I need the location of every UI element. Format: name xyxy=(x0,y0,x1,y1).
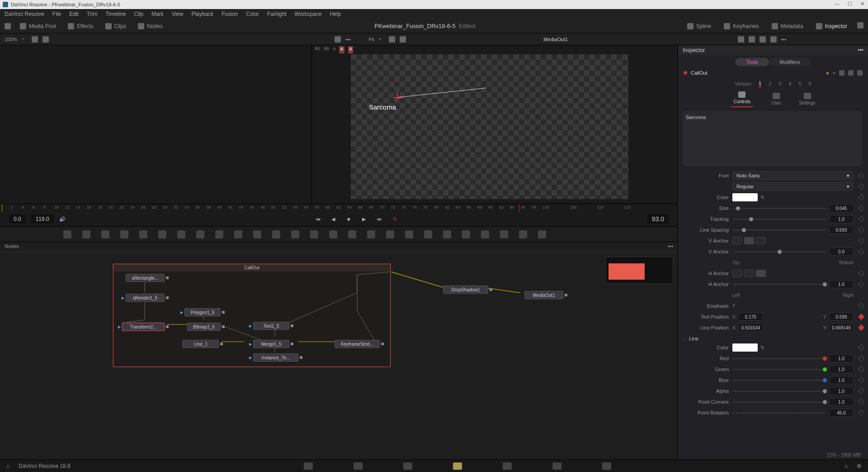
keyframe-icon[interactable] xyxy=(858,270,864,277)
menu-item[interactable]: Workspace xyxy=(295,11,322,17)
line-color-swatch[interactable] xyxy=(732,343,758,352)
blue-slider[interactable] xyxy=(732,380,826,381)
keyframe-icon[interactable] xyxy=(858,227,864,233)
in-marker[interactable] xyxy=(2,204,2,212)
menu-item[interactable]: Fusion xyxy=(222,11,238,17)
subtab-controls[interactable]: Controls xyxy=(731,91,753,107)
keyframe-icon[interactable] xyxy=(858,248,864,255)
maximize-button[interactable]: ☐ xyxy=(848,1,852,7)
node-mediaout[interactable]: MediaOut1 xyxy=(524,291,563,299)
keyframes-button[interactable]: Keyframes xyxy=(721,22,761,30)
font-style-select[interactable]: Regular▾ xyxy=(732,182,854,191)
overlay-a[interactable]: a xyxy=(333,46,335,53)
node-navigator[interactable] xyxy=(605,257,673,284)
node-line[interactable]: Line_1 xyxy=(183,340,219,348)
menu-item[interactable]: Timeline xyxy=(105,11,126,17)
expand-icon[interactable] xyxy=(5,23,11,29)
tool-icon[interactable] xyxy=(215,230,223,238)
nodes-button[interactable]: Nodes xyxy=(135,22,165,30)
home-icon[interactable]: ⌂ xyxy=(6,463,9,469)
tool-icon[interactable] xyxy=(519,230,527,238)
pointrotation-value[interactable]: 45.0 xyxy=(829,409,854,417)
minimize-button[interactable]: — xyxy=(835,1,840,7)
tool-icon[interactable] xyxy=(386,230,394,238)
overlay-a[interactable]: a xyxy=(348,46,354,53)
enable-dot-icon[interactable] xyxy=(684,71,687,75)
tool-icon[interactable] xyxy=(481,230,489,238)
eyedropper-icon[interactable]: ✎ xyxy=(760,195,764,200)
keyframe-icon[interactable] xyxy=(858,388,864,394)
menu-item[interactable]: Clip xyxy=(134,11,143,17)
project-settings-icon[interactable]: ⚙ xyxy=(857,463,862,469)
viewer-canvas[interactable]: Sarcoma xyxy=(351,54,628,199)
transform-gizmo[interactable] xyxy=(394,93,401,100)
tool-icon[interactable] xyxy=(196,230,204,238)
eyedropper-icon[interactable]: ✎ xyxy=(760,345,764,351)
tc-start[interactable]: 0.0 xyxy=(9,215,26,224)
pointcorners-slider[interactable] xyxy=(732,401,826,403)
node-keyframestretch[interactable]: KeyframeStret... xyxy=(335,340,380,348)
zoom-dropdown[interactable]: 100% xyxy=(5,37,17,42)
spline-button[interactable]: Spline xyxy=(684,22,714,30)
loop-button[interactable]: ↻ xyxy=(391,215,398,223)
vanchor-seg[interactable] xyxy=(732,237,766,244)
node-instance[interactable]: ▶Instance_Te... xyxy=(253,353,298,362)
node-canvas[interactable]: CallOut sRectangle... ▶sRender1_5 ▶Polyg… xyxy=(0,252,678,459)
emphasis-icon[interactable]: T xyxy=(732,303,736,309)
lock-icon[interactable] xyxy=(857,70,863,76)
overlay-ab[interactable]: Ab xyxy=(324,46,329,53)
viewer-opt-icon[interactable] xyxy=(389,36,395,43)
menu-item[interactable]: Edit xyxy=(69,11,79,17)
tool-icon[interactable] xyxy=(538,230,546,238)
stop-button[interactable]: ■ xyxy=(345,215,352,223)
page-cut[interactable] xyxy=(354,462,363,470)
green-slider[interactable] xyxy=(732,369,826,370)
tool-icon[interactable] xyxy=(63,230,71,238)
color-swatch[interactable] xyxy=(732,193,758,201)
page-fairlight[interactable] xyxy=(552,462,561,470)
tool-icon[interactable] xyxy=(234,230,242,238)
inspector-node-header[interactable]: CallOut ●▾ xyxy=(678,67,868,79)
alpha-value[interactable]: 1.0 xyxy=(829,387,854,395)
tool-icon[interactable] xyxy=(329,230,337,238)
keyframe-icon[interactable] xyxy=(858,216,864,222)
effects-button[interactable]: Effects xyxy=(65,22,96,30)
linespacing-value[interactable]: 0.693 xyxy=(829,226,854,234)
subtab-user[interactable]: User xyxy=(771,93,781,105)
keyframe-icon[interactable] xyxy=(858,172,864,179)
keyframe-icon[interactable] xyxy=(858,366,864,372)
node-dropshadow[interactable]: DropShadow1 xyxy=(443,286,488,294)
page-color[interactable] xyxy=(503,462,512,470)
keyframe-icon[interactable] xyxy=(858,238,864,244)
media-pool-button[interactable]: Media Pool xyxy=(17,22,59,30)
red-value[interactable]: 1.0 xyxy=(829,354,854,362)
menu-item[interactable]: Playback xyxy=(191,11,213,17)
goto-end-button[interactable]: ⏭ xyxy=(376,215,383,223)
version-1[interactable]: 1 xyxy=(759,81,761,87)
close-button[interactable]: ✕ xyxy=(860,1,864,7)
ellipsis-icon[interactable]: ••• xyxy=(345,37,351,42)
green-value[interactable]: 1.0 xyxy=(829,365,854,373)
tracking-value[interactable]: 1.0 xyxy=(829,215,854,223)
keyframe-icon[interactable] xyxy=(858,314,864,320)
single-viewer-icon[interactable] xyxy=(335,36,341,43)
tool-icon[interactable] xyxy=(82,230,90,238)
page-edit[interactable] xyxy=(403,462,412,470)
overlay-a[interactable]: a xyxy=(339,46,344,53)
node-srectangle[interactable]: sRectangle... xyxy=(126,274,165,282)
node-srender[interactable]: ▶sRender1_5 xyxy=(126,294,165,302)
play-button[interactable]: ▶ xyxy=(360,215,368,223)
linespacing-slider[interactable] xyxy=(732,229,826,231)
version-5[interactable]: 5 xyxy=(798,81,801,86)
menu-item[interactable]: Trim xyxy=(87,11,98,17)
linepos-x[interactable]: 0.501634 xyxy=(738,324,763,332)
tracking-slider[interactable] xyxy=(732,219,826,220)
viewer-opt-icon[interactable] xyxy=(32,36,38,43)
ellipsis-icon[interactable]: ••• xyxy=(781,37,787,42)
project-manager-icon[interactable]: ⌂ xyxy=(844,463,848,469)
tool-icon[interactable] xyxy=(443,230,451,238)
menu-item[interactable]: Fairlight xyxy=(267,11,287,17)
goto-start-button[interactable]: ⏮ xyxy=(314,215,321,223)
ellipsis-icon[interactable]: ••• xyxy=(858,47,863,53)
hanchor-value[interactable]: 1.0 xyxy=(829,280,854,288)
